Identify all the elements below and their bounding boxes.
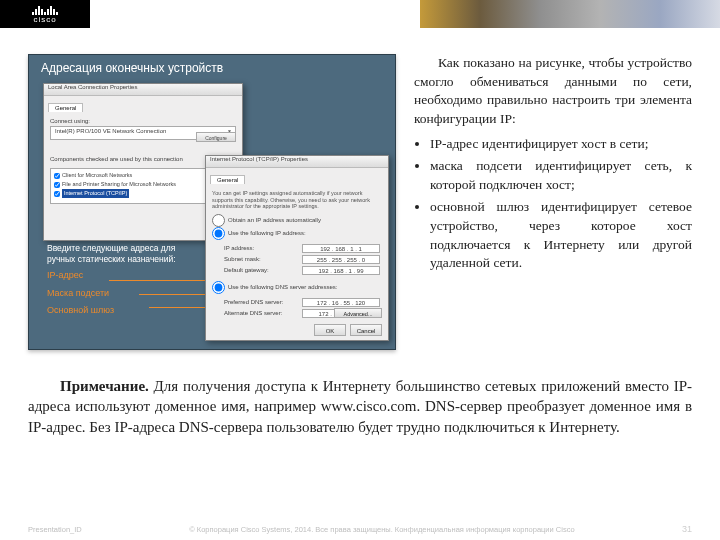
radio-dns-manual[interactable] [212, 281, 225, 294]
ok-button[interactable]: OK [314, 324, 346, 336]
gw-field[interactable]: 192 . 168 . 1 . 99 [302, 266, 380, 275]
header-strip: cisco [0, 0, 720, 30]
cisco-logo: cisco [0, 0, 90, 28]
advanced-button[interactable]: Advanced... [334, 308, 382, 318]
list-item: IP-адрес идентифицирует хост в сети; [430, 135, 692, 154]
copyright: © Корпорация Cisco Systems, 2014. Все пр… [189, 525, 574, 534]
dns2-label: Alternate DNS server: [224, 310, 282, 316]
win2-description: You can get IP settings assigned automat… [206, 186, 388, 214]
intro-paragraph: Как показано на рисунке, чтобы устройств… [414, 54, 692, 129]
text-column: Как показано на рисунке, чтобы устройств… [414, 54, 692, 350]
callout-intro: Введите следующие адреса для ручных стат… [47, 243, 203, 265]
cancel-button[interactable]: Cancel [350, 324, 382, 336]
note-paragraph: Примечание. Для получения доступа к Инте… [0, 376, 720, 437]
list-item: маска подсети идентифицирует сеть, к кот… [430, 157, 692, 194]
header-banner-image [420, 0, 720, 28]
ip-label: IP address: [224, 245, 254, 251]
mask-label: Subnet mask: [224, 256, 261, 262]
dns1-field[interactable]: 172 . 16 . 55 . 120 [302, 298, 380, 307]
connect-using-label: Connect using: [50, 118, 236, 124]
radio-manual[interactable] [212, 227, 225, 240]
checkbox[interactable] [54, 191, 60, 197]
page-number: 31 [682, 524, 692, 534]
configure-button[interactable]: Configure [196, 132, 236, 142]
win2-titlebar: Internet Protocol (TCP/IP) Properties [206, 156, 388, 168]
note-label: Примечание. [60, 378, 149, 394]
win1-tab-general[interactable]: General [48, 103, 83, 112]
main-content: Адресация оконечных устройств Local Area… [0, 30, 720, 354]
footer: Presentation_ID © Корпорация Cisco Syste… [0, 524, 720, 534]
win2-tab-general[interactable]: General [210, 175, 245, 184]
mask-field[interactable]: 255 . 255 . 255 . 0 [302, 255, 380, 264]
cisco-wordmark: cisco [33, 16, 56, 24]
bullet-list: IP-адрес идентифицирует хост в сети; мас… [414, 135, 692, 273]
dns1-label: Preferred DNS server: [224, 299, 283, 305]
cisco-bars-icon [32, 5, 58, 15]
list-item: основной шлюз идентифицирует сетевое уст… [430, 198, 692, 273]
checkbox[interactable] [54, 173, 60, 179]
ip-field[interactable]: 192 . 168 . 1 . 1 [302, 244, 380, 253]
screenshot-title: Адресация оконечных устройств [29, 55, 395, 75]
gw-label: Default gateway: [224, 267, 269, 273]
checkbox[interactable] [54, 182, 60, 188]
radio-auto[interactable] [212, 214, 225, 227]
window-tcpip-properties: Internet Protocol (TCP/IP) Properties Ge… [205, 155, 389, 341]
screenshot-panel: Адресация оконечных устройств Local Area… [28, 54, 396, 350]
presentation-id: Presentation_ID [28, 525, 82, 534]
win1-titlebar: Local Area Connection Properties [44, 84, 242, 96]
